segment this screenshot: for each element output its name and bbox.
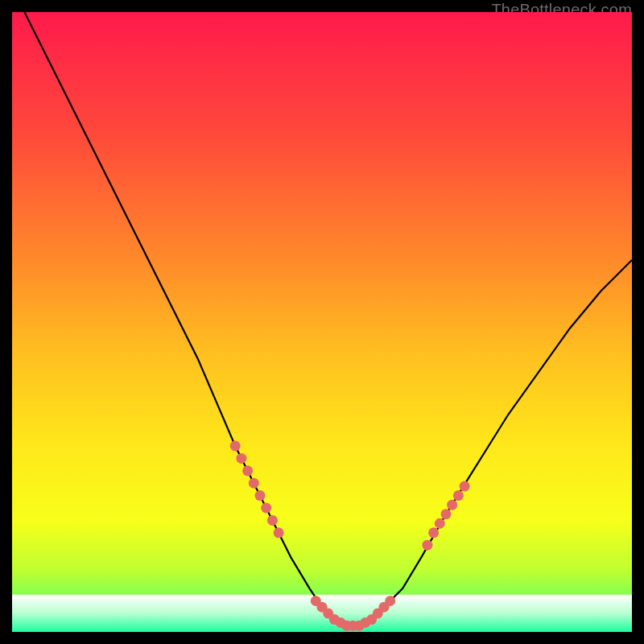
data-marker [428,527,439,538]
data-marker [453,490,464,501]
data-marker [230,441,241,452]
data-marker [236,453,246,464]
data-marker [441,509,452,519]
bottom-band [12,595,632,632]
data-marker [267,515,278,526]
data-marker [460,481,470,492]
data-marker [435,518,445,529]
data-marker [274,527,284,538]
data-marker [422,540,432,551]
data-marker [261,503,271,514]
chart-svg [12,12,632,632]
data-marker [447,500,457,510]
data-marker [385,596,395,606]
data-marker [242,465,253,476]
data-marker [255,490,266,501]
gradient-background [12,12,632,632]
data-marker [249,478,259,489]
chart-frame: TheBottleneck.com [12,12,632,632]
